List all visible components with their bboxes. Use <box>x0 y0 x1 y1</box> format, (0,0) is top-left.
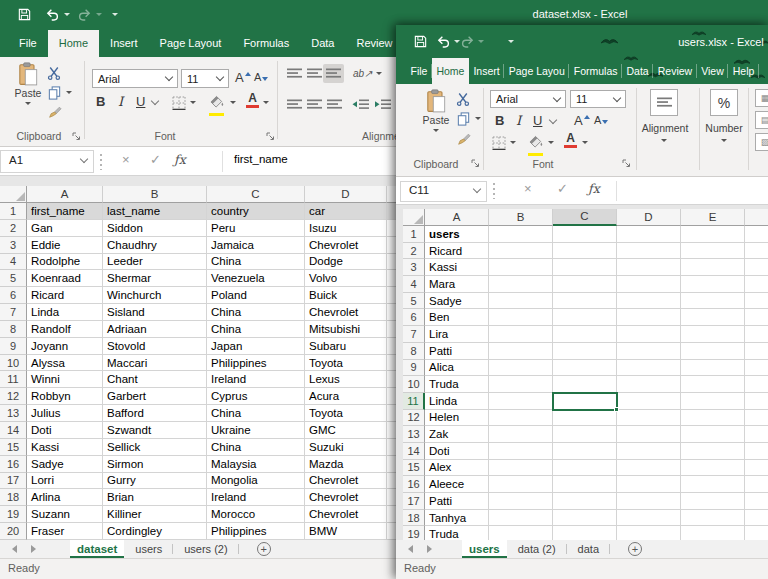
cell-D1[interactable]: car <box>305 203 387 220</box>
cell-B6[interactable] <box>489 309 553 326</box>
qat-customize-icon[interactable] <box>508 40 514 43</box>
cell-C2[interactable] <box>553 243 617 260</box>
cell-C10[interactable]: Philippines <box>207 355 305 372</box>
row-header-2[interactable]: 2 <box>0 220 27 237</box>
row-header-10[interactable]: 10 <box>0 355 27 372</box>
cell-A18[interactable]: Tanhya <box>425 510 489 527</box>
paste-button[interactable]: Paste <box>10 62 46 124</box>
fill-handle[interactable] <box>614 407 619 412</box>
shrink-font-button[interactable]: A <box>254 71 268 83</box>
cell-C3[interactable]: Jamaica <box>207 237 305 254</box>
ribbon-tab-home[interactable]: Home <box>48 30 99 57</box>
cell-partial-3[interactable] <box>745 259 768 276</box>
row-header-13[interactable]: 13 <box>403 426 425 443</box>
cell-C17[interactable]: Mongolia <box>207 473 305 490</box>
cell-B16[interactable] <box>489 476 553 493</box>
cell-A18[interactable]: Arlina <box>27 489 103 506</box>
cell-A13[interactable]: Zak <box>425 426 489 443</box>
ribbon-tab-review[interactable]: Review <box>345 30 403 57</box>
cell-D13[interactable] <box>617 426 681 443</box>
column-header-B[interactable]: B <box>489 209 553 226</box>
cell-D11[interactable]: Lexus <box>305 371 387 388</box>
undo-dropdown-icon[interactable] <box>64 13 70 16</box>
undo-icon[interactable] <box>45 7 60 22</box>
font-size-select[interactable]: 11 <box>181 69 229 88</box>
cell-partial-13[interactable] <box>745 426 768 443</box>
column-header-C[interactable]: C <box>207 186 305 203</box>
cell-C5[interactable]: Venezuela <box>207 270 305 287</box>
align-top-icon[interactable] <box>287 68 302 79</box>
orientation-dropdown-icon[interactable] <box>376 72 382 75</box>
fill-color-dropdown-icon[interactable] <box>548 141 554 144</box>
cell-partial-7[interactable] <box>745 326 768 343</box>
cell-C1[interactable] <box>553 226 617 243</box>
cell-C7[interactable]: China <box>207 304 305 321</box>
name-box[interactable]: A1 <box>0 150 94 173</box>
fill-color-button[interactable] <box>209 94 225 116</box>
align-bottom-icon[interactable] <box>326 68 341 79</box>
row-header-12[interactable]: 12 <box>403 410 425 427</box>
cell-partial-19[interactable] <box>745 526 768 540</box>
cell-D11[interactable] <box>617 393 681 410</box>
font-name-select[interactable]: Arial <box>92 69 178 88</box>
cell-D7[interactable] <box>617 326 681 343</box>
font-color-button[interactable]: A <box>246 93 259 108</box>
row-header-9[interactable]: 9 <box>403 360 425 377</box>
ribbon-tab-formulas[interactable]: Formulas <box>232 30 300 57</box>
row-header-11[interactable]: 11 <box>403 393 425 410</box>
decrease-indent-icon[interactable] <box>352 99 369 111</box>
font-color-button[interactable]: A <box>564 133 577 148</box>
cell-D16[interactable]: Mazda <box>305 456 387 473</box>
cell-D15[interactable] <box>617 460 681 477</box>
cell-C5[interactable] <box>553 293 617 310</box>
row-header-5[interactable]: 5 <box>403 293 425 310</box>
increase-indent-icon[interactable] <box>374 99 391 111</box>
undo-icon[interactable] <box>436 34 451 49</box>
sheet-nav-right-icon[interactable] <box>31 545 36 553</box>
cell-partial-9[interactable] <box>745 360 768 377</box>
insert-function-icon[interactable]: ƒx <box>588 181 600 196</box>
cell-D18[interactable] <box>617 510 681 527</box>
row-header-8[interactable]: 8 <box>403 343 425 360</box>
cell-A1[interactable]: first_name <box>27 203 103 220</box>
cell-C18[interactable] <box>553 510 617 527</box>
cell-partial-18[interactable] <box>745 510 768 527</box>
cell-C1[interactable]: country <box>207 203 305 220</box>
cell-B20[interactable]: Cordingley <box>103 523 207 540</box>
cell-C19[interactable]: Morocco <box>207 506 305 523</box>
cut-icon[interactable] <box>47 66 61 80</box>
cell-A7[interactable]: Lira <box>425 326 489 343</box>
column-header-E[interactable]: E <box>681 209 745 226</box>
cell-A2[interactable]: Gan <box>27 220 103 237</box>
cell-E7[interactable] <box>681 326 745 343</box>
cell-C16[interactable] <box>553 476 617 493</box>
row-header-15[interactable]: 15 <box>0 439 27 456</box>
sheet-tab-dataset[interactable]: dataset <box>70 540 124 558</box>
borders-icon[interactable] <box>172 96 186 110</box>
cell-B19[interactable]: Killiner <box>103 506 207 523</box>
enter-icon[interactable]: ✓ <box>557 181 568 196</box>
bold-button[interactable]: B <box>96 94 105 109</box>
cell-A14[interactable]: Doti <box>425 443 489 460</box>
column-header-A[interactable]: A <box>27 186 103 203</box>
row-header-12[interactable]: 12 <box>0 388 27 405</box>
row-header-4[interactable]: 4 <box>0 254 27 271</box>
alignment-group-button[interactable] <box>650 89 678 116</box>
cell-D4[interactable] <box>617 276 681 293</box>
cell-D9[interactable] <box>617 360 681 377</box>
column-header-B[interactable]: B <box>103 186 207 203</box>
shrink-font-button[interactable]: A <box>594 114 608 126</box>
cell-B1[interactable]: last_name <box>103 203 207 220</box>
cell-C3[interactable] <box>553 259 617 276</box>
cell-B12[interactable]: Garbert <box>103 388 207 405</box>
ribbon-tab-file[interactable]: File <box>406 58 432 84</box>
row-header-4[interactable]: 4 <box>403 276 425 293</box>
italic-button[interactable]: I <box>516 113 521 128</box>
cell-E2[interactable] <box>681 243 745 260</box>
cell-E18[interactable] <box>681 510 745 527</box>
cell-B8[interactable] <box>489 343 553 360</box>
ribbon-tab-home[interactable]: Home <box>432 58 469 84</box>
sheet-nav-left-icon[interactable] <box>12 545 17 553</box>
cell-C9[interactable] <box>553 360 617 377</box>
cell-E15[interactable] <box>681 460 745 477</box>
